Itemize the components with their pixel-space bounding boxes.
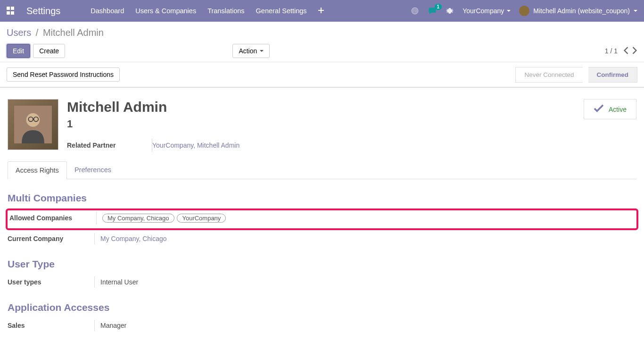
nav-link-dashboard[interactable]: Dashboard bbox=[85, 7, 130, 15]
active-label: Active bbox=[609, 106, 627, 113]
pager-prev[interactable] bbox=[623, 47, 629, 56]
sales-row: Sales Manager bbox=[8, 319, 636, 332]
related-partner-row: Related Partner YourCompany, Mitchell Ad… bbox=[67, 139, 239, 152]
section-app-access: Application Accesses Sales Manager bbox=[8, 302, 636, 332]
user-type-title: User Type bbox=[8, 258, 636, 270]
action-dropdown[interactable]: Action bbox=[232, 44, 270, 58]
user-types-label: User types bbox=[8, 275, 94, 289]
user-name-heading: Mitchell Admin bbox=[67, 99, 239, 115]
company-tag[interactable]: My Company, Chicago bbox=[102, 214, 174, 223]
pager-next[interactable] bbox=[632, 47, 637, 56]
user-menu[interactable]: Mitchell Admin (website_coupon) bbox=[519, 6, 637, 16]
nav-link-add[interactable] bbox=[313, 7, 330, 15]
allowed-companies-value: My Company, Chicago YourCompany bbox=[96, 212, 635, 225]
app-access-title: Application Accesses bbox=[8, 302, 636, 313]
nav-link-general-settings[interactable]: General Settings bbox=[250, 7, 313, 15]
tab-preferences[interactable]: Preferences bbox=[67, 161, 119, 179]
apps-menu-icon[interactable] bbox=[7, 7, 15, 15]
caret-down-icon bbox=[260, 50, 264, 52]
create-button[interactable]: Create bbox=[33, 44, 65, 58]
nav-links: Dashboard Users & Companies Translations… bbox=[85, 7, 329, 15]
sales-label: Sales bbox=[8, 319, 94, 332]
form-sheet: Mitchell Admin 1 Related Partner YourCom… bbox=[0, 87, 644, 354]
current-company-row: Current Company My Company, Chicago bbox=[8, 232, 636, 245]
toolbar-right: 1 / 1 bbox=[605, 47, 637, 56]
sub-toolbar: Send Reset Password Instructions Never C… bbox=[0, 62, 644, 87]
company-selector[interactable]: YourCompany bbox=[462, 7, 511, 15]
app-title: Settings bbox=[26, 6, 60, 17]
section-multi-companies: Multi Companies Allowed Companies My Com… bbox=[8, 192, 636, 245]
status-confirmed[interactable]: Confirmed bbox=[588, 67, 638, 83]
messages-badge: 1 bbox=[435, 4, 442, 10]
section-user-type: User Type User types Internal User bbox=[8, 258, 636, 289]
breadcrumb-parent[interactable]: Users bbox=[7, 27, 31, 38]
user-login: 1 bbox=[67, 118, 239, 130]
debug-icon[interactable] bbox=[446, 7, 454, 15]
edit-button[interactable]: Edit bbox=[7, 44, 30, 58]
activity-icon[interactable] bbox=[411, 7, 419, 15]
allowed-companies-label: Allowed Companies bbox=[9, 211, 96, 225]
company-tag[interactable]: YourCompany bbox=[177, 214, 226, 223]
current-company-value[interactable]: My Company, Chicago bbox=[94, 233, 636, 244]
user-types-value: Internal User bbox=[94, 276, 636, 288]
pager-text: 1 / 1 bbox=[605, 47, 618, 55]
check-icon bbox=[594, 104, 604, 114]
status-never-connected[interactable]: Never Connected bbox=[515, 67, 583, 83]
plus-icon bbox=[318, 8, 324, 13]
avatar-small bbox=[519, 6, 529, 16]
status-bar: Never Connected Confirmed bbox=[515, 66, 637, 83]
nav-link-users-companies[interactable]: Users & Companies bbox=[130, 7, 202, 15]
control-panel: Users / Mitchell Admin Edit Create Actio… bbox=[0, 22, 644, 62]
allowed-companies-row: Allowed Companies My Company, Chicago Yo… bbox=[9, 211, 635, 225]
nav-link-translations[interactable]: Translations bbox=[202, 7, 250, 15]
user-types-row: User types Internal User bbox=[8, 275, 636, 289]
form-sheet-wrap: Mitchell Admin 1 Related Partner YourCom… bbox=[0, 87, 644, 354]
breadcrumb-current: Mitchell Admin bbox=[43, 27, 104, 38]
toolbar: Edit Create Action 1 / 1 bbox=[7, 44, 637, 62]
user-name: Mitchell Admin (website_coupon) bbox=[533, 7, 630, 15]
active-badge[interactable]: Active bbox=[584, 99, 636, 119]
caret-down-icon bbox=[507, 10, 511, 12]
company-name: YourCompany bbox=[462, 7, 504, 15]
sales-value: Manager bbox=[94, 320, 636, 331]
tab-access-rights[interactable]: Access Rights bbox=[8, 161, 67, 179]
allowed-companies-highlight: Allowed Companies My Company, Chicago Yo… bbox=[6, 208, 638, 230]
status-arrow bbox=[583, 66, 588, 83]
caret-down-icon bbox=[634, 10, 637, 12]
top-navbar: Settings Dashboard Users & Companies Tra… bbox=[0, 0, 644, 22]
reset-password-button[interactable]: Send Reset Password Instructions bbox=[7, 67, 120, 82]
action-label: Action bbox=[239, 47, 257, 55]
current-company-label: Current Company bbox=[8, 232, 94, 245]
related-partner-value[interactable]: YourCompany, Mitchell Admin bbox=[152, 139, 239, 152]
messages-icon[interactable]: 1 bbox=[428, 7, 437, 15]
breadcrumb: Users / Mitchell Admin bbox=[7, 27, 637, 38]
nav-right: 1 YourCompany Mitchell Admin (website_co… bbox=[411, 6, 637, 16]
user-avatar[interactable] bbox=[8, 99, 58, 150]
header-info: Mitchell Admin 1 Related Partner YourCom… bbox=[67, 99, 239, 152]
tabs: Access Rights Preferences bbox=[8, 161, 636, 179]
breadcrumb-separator: / bbox=[36, 27, 39, 38]
multi-companies-title: Multi Companies bbox=[8, 192, 636, 204]
related-partner-label: Related Partner bbox=[67, 139, 152, 152]
sheet-header: Mitchell Admin 1 Related Partner YourCom… bbox=[8, 99, 636, 152]
